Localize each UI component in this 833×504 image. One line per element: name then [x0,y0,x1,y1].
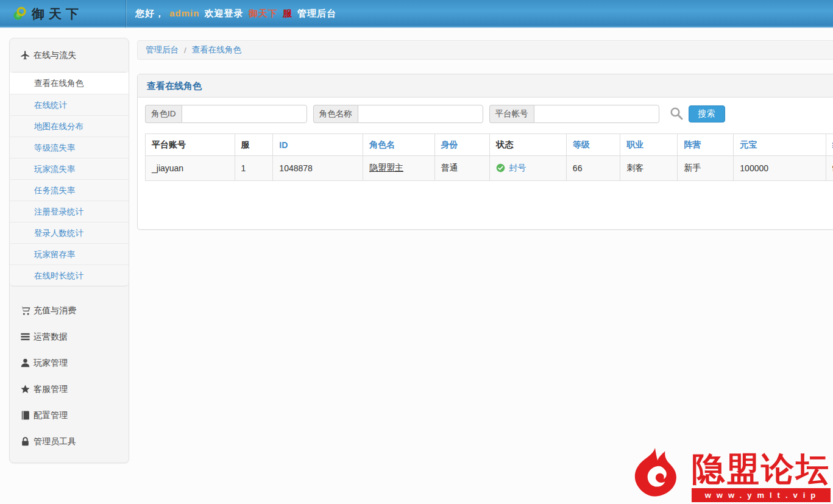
sidebar-item-view-online-roles[interactable]: 查看在线角色 [10,73,129,94]
sidebar-section-label: 管理员工具 [34,436,76,447]
col-server: 服 [235,134,273,156]
role-name-group: 角色名称 [313,105,483,123]
sidebar-section-label: 运营数据 [34,332,68,343]
watermark: 隐盟论坛 www.ymlt.vip [626,446,831,502]
watermark-text: 隐盟论坛 www.ymlt.vip [692,452,831,502]
col-role-name[interactable]: 角色名 [363,134,434,156]
page: 御天下 您好， admin 欢迎登录 御天下 服 管理后台 在线与流失 查看在线… [0,0,833,504]
flame-logo-icon [626,446,684,502]
brand-logo-icon [12,6,27,21]
breadcrumb-link-admin-home[interactable]: 管理后台 [146,44,179,55]
platform-account-input[interactable] [534,105,659,123]
sidebar-section-player-management[interactable]: 玩家管理 [10,350,129,376]
col-status: 状态 [490,134,567,156]
cell-level: 66 [566,156,620,181]
online-roles-panel: 查看在线角色 角色ID 角色名称 平台帐号 [137,74,833,230]
sidebar-section-label: 客服管理 [34,384,68,395]
table-header-row: 平台账号 服 ID 角色名 身份 状态 等级 职业 阵营 元宝 绑定元宝 [146,134,833,156]
breadcrumb-separator: / [184,46,186,55]
search-button[interactable]: 搜索 [689,105,725,122]
sidebar-section-online-churn[interactable]: 在线与流失 [10,38,129,72]
sidebar-item-map-online-distribution[interactable]: 地图在线分布 [10,115,129,137]
role-id-label: 角色ID [145,105,182,123]
col-level[interactable]: 等级 [566,134,620,156]
welcome-server: 服 [283,8,292,18]
sidebar-section-admin-tools[interactable]: 管理员工具 [10,428,129,455]
roles-table-wrap: 平台账号 服 ID 角色名 身份 状态 等级 职业 阵营 元宝 绑定元宝 [145,133,833,181]
top-navbar: 御天下 您好， admin 欢迎登录 御天下 服 管理后台 [0,0,833,28]
book-icon [20,410,30,421]
table-row: _jiayuan 1 1048878 隐盟盟主 普通 [146,156,833,181]
plane-icon [20,50,30,60]
platform-account-label: 平台帐号 [489,105,534,123]
watermark-url: www.ymlt.vip [692,488,831,502]
platform-account-group: 平台帐号 [489,105,659,123]
search-icon [669,106,684,123]
sidebar-section-config-management[interactable]: 配置管理 [10,402,129,428]
cell-identity: 普通 [434,156,490,181]
col-camp[interactable]: 阵营 [678,134,734,156]
breadcrumb: 管理后台 / 查看在线角色 [137,40,833,60]
breadcrumb-link-current[interactable]: 查看在线角色 [192,44,241,55]
col-yuanbao[interactable]: 元宝 [734,134,826,156]
sidebar-menu: 查看在线角色 在线统计 地图在线分布 等级流失率 玩家流失率 任务流失率 注册登… [10,72,129,286]
search-bar: 角色ID 角色名称 平台帐号 [145,105,833,123]
sidebar-section-recharge-consume[interactable]: 充值与消费 [10,297,129,324]
cell-server: 1 [235,156,273,181]
col-identity[interactable]: 身份 [434,134,490,156]
lock-icon [20,436,30,447]
col-bound-yuanbao[interactable]: 绑定元宝 [826,134,833,156]
sidebar-item-player-retention[interactable]: 玩家留存率 [10,243,129,264]
sidebar-section-label: 充值与消费 [34,305,76,316]
cell-id: 1048878 [273,156,363,181]
sidebar-section-label: 在线与流失 [34,50,76,61]
main-content: 管理后台 / 查看在线角色 查看在线角色 角色ID 角色名称 平台帐号 [137,38,833,230]
cell-job: 刺客 [620,156,678,181]
ban-link[interactable]: 封号 [509,163,526,172]
welcome-game-name: 御天下 [249,8,278,18]
list-icon [20,332,30,342]
cart-icon [20,305,30,316]
welcome-greeting: 您好， [135,8,165,18]
role-name-input[interactable] [358,105,483,123]
user-icon [20,358,30,368]
sidebar-item-online-stats[interactable]: 在线统计 [10,94,129,115]
role-name-label: 角色名称 [313,105,358,123]
panel-title: 查看在线角色 [138,74,833,98]
col-id[interactable]: ID [273,134,363,156]
sidebar: 在线与流失 查看在线角色 在线统计 地图在线分布 等级流失率 玩家流失率 任务流… [9,38,129,463]
welcome-text: 您好， admin 欢迎登录 御天下 服 管理后台 [127,8,338,20]
star-icon [20,384,30,394]
cell-camp: 新手 [678,156,734,181]
cell-yuanbao: 100000 [734,156,826,181]
panel-body: 角色ID 角色名称 平台帐号 [138,98,833,188]
sidebar-item-online-duration-stats[interactable]: 在线时长统计 [10,264,129,286]
sidebar-section-operation-data[interactable]: 运营数据 [10,324,129,350]
brand[interactable]: 御天下 [0,5,126,23]
sidebar-item-register-login-stats[interactable]: 注册登录统计 [10,201,129,222]
welcome-mid: 欢迎登录 [205,8,244,18]
role-name-link[interactable]: 隐盟盟主 [369,163,403,172]
sidebar-item-level-churn[interactable]: 等级流失率 [10,137,129,158]
roles-table: 平台账号 服 ID 角色名 身份 状态 等级 职业 阵营 元宝 绑定元宝 [145,133,833,181]
sidebar-section-support-management[interactable]: 客服管理 [10,376,129,402]
role-id-input[interactable] [182,105,307,123]
cell-bound-yuanbao: 9935 [826,156,833,181]
cell-platform-account: _jiayuan [146,156,235,181]
welcome-username: admin [169,8,199,18]
watermark-title: 隐盟论坛 [692,452,831,485]
cell-status: 封号 [490,156,567,181]
check-circle-icon [496,163,505,174]
cell-role-name: 隐盟盟主 [363,156,434,181]
col-job[interactable]: 职业 [620,134,678,156]
sidebar-section-label: 配置管理 [34,410,68,421]
sidebar-item-login-count-stats[interactable]: 登录人数统计 [10,222,129,243]
role-id-group: 角色ID [145,105,307,123]
sidebar-item-player-churn[interactable]: 玩家流失率 [10,158,129,179]
welcome-suffix: 管理后台 [297,8,336,18]
brand-title: 御天下 [32,5,83,23]
sidebar-item-quest-churn[interactable]: 任务流失率 [10,179,129,201]
col-platform-account: 平台账号 [146,134,235,156]
sidebar-section-label: 玩家管理 [34,358,68,369]
